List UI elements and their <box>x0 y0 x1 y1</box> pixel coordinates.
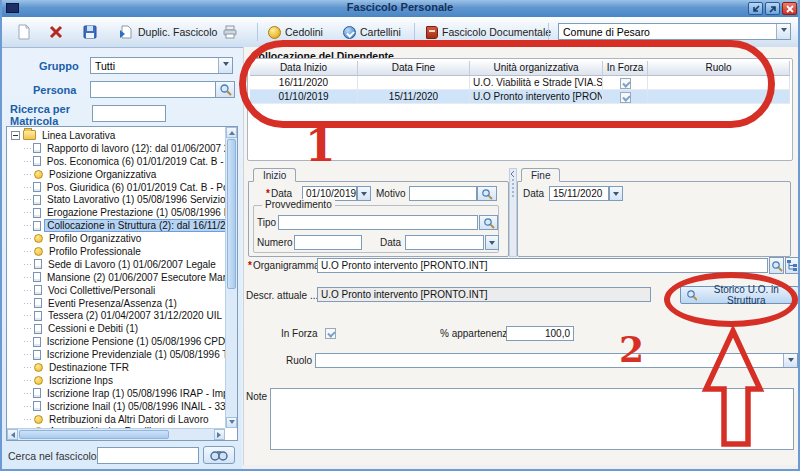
cell-data-inizio: 01/10/2019 <box>250 90 358 104</box>
scroll-left-icon[interactable] <box>7 429 18 440</box>
cerca-fascicolo-input[interactable] <box>97 447 199 464</box>
cerca-fascicolo-button[interactable] <box>203 446 235 464</box>
window-close-button[interactable] <box>782 2 797 15</box>
persona-input[interactable] <box>90 81 216 98</box>
tree-item[interactable]: Collocazione in Struttura (2): dal 16/11… <box>10 219 225 232</box>
duplicate-file-button[interactable]: Duplic. Fascicolo <box>118 21 217 43</box>
cell-unita-organizzativa: U.O Pronto intervento [PRONTO.IN <box>470 90 603 104</box>
tree-item[interactable]: Iscrizione Inail (1) 05/08/1996 INAIL - … <box>10 400 225 413</box>
inizio-data-dropdown[interactable] <box>357 186 371 201</box>
scroll-thumb[interactable] <box>227 139 236 289</box>
provvedimento-data-dropdown[interactable] <box>485 235 499 250</box>
tree-item[interactable]: Voci Collettive/Personali <box>10 284 225 297</box>
panel-splitter[interactable] <box>509 168 517 257</box>
new-button[interactable] <box>16 21 32 43</box>
scroll-down-icon[interactable] <box>226 417 237 428</box>
organigramma-field[interactable]: U.O Pronto intervento [PRONTO.INT] <box>317 258 768 273</box>
sidebar: Gruppo Tutti Persona Ricerca per Matrico… <box>2 48 242 469</box>
tree-root[interactable]: Linea Lavorativa <box>10 129 225 142</box>
tree-item[interactable]: Erogazione Prestazione (1) 05/08/1996 Fu… <box>10 206 225 219</box>
tree-collapse-toggle-icon[interactable] <box>11 131 20 140</box>
title-bar: Fascicolo Personale <box>2 0 798 17</box>
motivo-input[interactable] <box>409 186 477 201</box>
window-maximize-button[interactable] <box>765 2 780 15</box>
tab-fine[interactable]: Fine <box>521 168 560 182</box>
chevron-down-icon[interactable] <box>218 58 232 73</box>
chevron-down-icon[interactable] <box>776 24 790 39</box>
scroll-up-icon[interactable] <box>226 127 237 138</box>
tree-vertical-scrollbar[interactable] <box>225 127 237 428</box>
inforza-checkbox[interactable] <box>325 328 336 339</box>
fine-data-field[interactable]: 15/11/2020 <box>549 186 609 201</box>
in-forza-checkbox[interactable] <box>620 78 631 89</box>
tree-item[interactable]: Iscrizione Irap (1) 05/08/1996 IRAP - Im… <box>10 387 225 400</box>
close-icon <box>786 5 794 13</box>
persona-search-button[interactable] <box>215 81 235 98</box>
tree-connector <box>24 277 31 278</box>
column-header[interactable]: In Forza <box>603 61 648 76</box>
tree-item[interactable]: Cessioni e Debiti (1) <box>10 322 225 335</box>
ricerca-matricola-input[interactable] <box>92 105 166 122</box>
appartenenza-field[interactable]: 100,0 <box>506 326 574 341</box>
document-icon <box>33 208 41 218</box>
descr-attuale-field: U.O Pronto intervento [PRONTO.INT] <box>317 287 651 302</box>
fascicolo-documentale-button[interactable]: Fascicolo Documentale <box>426 21 551 43</box>
search-icon <box>771 260 783 272</box>
storico-uo-button[interactable]: Storico U.O. in Struttura <box>680 286 799 304</box>
organigramma-tree-button[interactable] <box>785 257 800 274</box>
tree-horizontal-scrollbar[interactable] <box>7 428 225 440</box>
tree-item[interactable]: Eventi Presenza/Assenza (1) <box>10 297 225 310</box>
tree-item-label: Erogazione Prestazione (1) 05/08/1996 Fu… <box>45 207 225 218</box>
tree-item[interactable]: Rapporto di lavoro (12): dal 01/06/2007 … <box>10 142 225 155</box>
category-dot-icon <box>34 247 43 256</box>
tree-item[interactable]: Posizione Organizzativa <box>10 168 225 181</box>
tree-item[interactable]: Mansione (2) 01/06/2007 Esecutore Manute… <box>10 271 225 284</box>
window-collapse-button[interactable] <box>748 2 763 15</box>
tipo-input[interactable] <box>278 215 478 230</box>
chevron-down-icon[interactable] <box>783 354 797 367</box>
provvedimento-data-label: Data <box>380 237 401 248</box>
document-icon <box>33 337 41 347</box>
tree-item[interactable]: Iscrizione Previdenziale (1) 05/08/1996 … <box>10 348 225 361</box>
organigramma-search-button[interactable] <box>769 257 784 274</box>
tree-item[interactable]: Pos. Economica (6) 01/01/2019 Cat. B - P… <box>10 155 225 168</box>
tree-item[interactable]: Stato Lavorativo (1) 05/08/1996 Servizio… <box>10 193 225 206</box>
delete-button[interactable] <box>48 21 64 43</box>
tree-item[interactable]: Tessera (2) 01/04/2007 31/12/2020 UIL <box>10 309 225 322</box>
required-asterisk: * <box>248 260 252 271</box>
tab-inizio[interactable]: Inizio <box>253 168 296 182</box>
motivo-search-button[interactable] <box>477 186 497 201</box>
tree-connector <box>24 393 31 394</box>
save-button[interactable] <box>82 21 98 43</box>
tree-item[interactable]: Retribuzioni da Altri Datori di Lavoro <box>10 413 225 426</box>
ruolo-combobox[interactable] <box>315 353 798 368</box>
cedolini-button[interactable]: Cedolini <box>268 21 323 43</box>
gruppo-combobox[interactable]: Tutti <box>90 57 233 74</box>
cartellini-button[interactable]: Cartellini <box>343 21 401 43</box>
table-row[interactable]: 16/11/2020 U.O. Viabilità e Strade [VIA.… <box>250 76 790 90</box>
column-header[interactable]: Ruolo <box>648 61 790 76</box>
fine-data-dropdown[interactable] <box>609 186 623 201</box>
numero-input[interactable] <box>294 235 362 250</box>
scroll-right-icon[interactable] <box>214 429 225 440</box>
provvedimento-data-input[interactable] <box>405 235 484 250</box>
fine-data-value: 15/11/2020 <box>553 188 602 199</box>
scroll-thumb[interactable] <box>19 430 169 439</box>
tipo-search-button[interactable] <box>479 215 498 230</box>
tree-item[interactable]: Iscrizione Inps <box>10 374 225 387</box>
column-header[interactable]: Data Fine <box>358 61 470 76</box>
tree-item[interactable]: Pos. Giuridica (6) 01/01/2019 Cat. B - P… <box>10 181 225 194</box>
column-header[interactable]: Unità organizzativa <box>470 61 603 76</box>
ente-combobox[interactable]: Comune di Pesaro <box>558 23 791 40</box>
table-row[interactable]: 01/10/2019 15/11/2020 U.O Pronto interve… <box>250 90 790 104</box>
tree-item[interactable]: Iscrizione Pensione (1) 05/08/1996 CPDEL… <box>10 335 225 348</box>
tree-item[interactable]: Sede di Lavoro (1) 01/06/2007 Legale <box>10 258 225 271</box>
tree-item[interactable]: Profilo Organizzativo <box>10 232 225 245</box>
column-header[interactable]: Data Inizio <box>250 61 358 76</box>
tree-item[interactable]: Destinazione TFR <box>10 361 225 374</box>
print-button[interactable] <box>222 21 238 43</box>
in-forza-checkbox[interactable] <box>620 92 631 103</box>
tree-connector <box>24 341 31 342</box>
tree-item[interactable]: Profilo Professionale <box>10 245 225 258</box>
note-textarea[interactable] <box>270 388 794 450</box>
